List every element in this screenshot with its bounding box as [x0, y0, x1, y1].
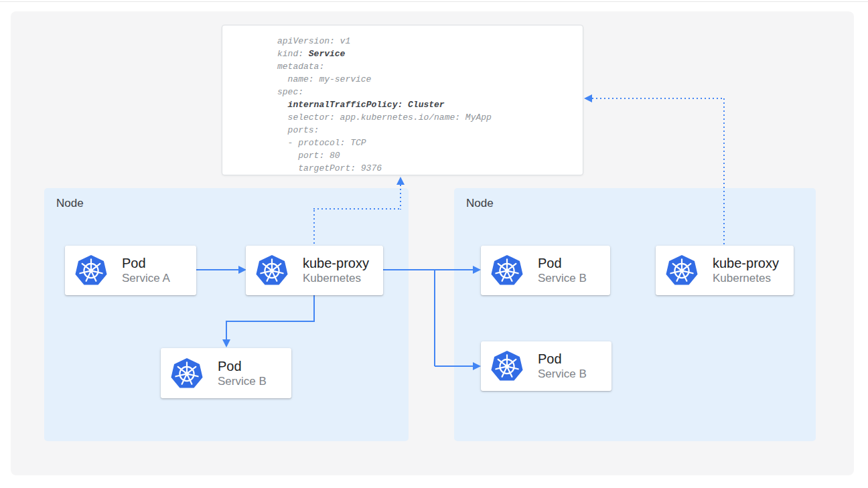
arrow-pod-a-to-kube-proxy	[196, 269, 239, 270]
card-subtitle: Kubernetes	[713, 271, 779, 286]
pod-service-a-card: Pod Service A	[65, 246, 196, 295]
arrowhead-up-icon	[396, 177, 405, 185]
node-label: Node	[466, 197, 494, 210]
node-label: Node	[56, 197, 84, 210]
node-box-right: Node	[454, 188, 816, 441]
kube-proxy-node2-card: kube-proxy Kubernetes	[656, 246, 794, 295]
service-yaml-card: apiVersion: v1kind: Servicemetadata: nam…	[222, 25, 583, 175]
card-title: kube-proxy	[713, 255, 779, 271]
card-title: Pod	[218, 358, 267, 374]
kubernetes-icon	[256, 254, 288, 287]
arrowhead-left-icon	[584, 94, 592, 102]
arrowhead-down-icon	[222, 339, 230, 347]
dotted-kube-proxy1-right	[313, 208, 401, 210]
pod-service-b-node2-top-card: Pod Service B	[481, 246, 610, 295]
pod-service-b-node2-bottom-card: Pod Service B	[481, 341, 611, 391]
dotted-kube-proxy2-up	[723, 98, 725, 246]
arrow-kube-proxy-to-node1-pod-b	[226, 321, 315, 322]
dotted-kube-proxy2-to-yaml	[592, 98, 725, 99]
arrow-kube-proxy-down	[313, 295, 315, 322]
card-title: Pod	[538, 255, 587, 271]
arrowhead-right-icon	[473, 266, 481, 274]
kubernetes-icon	[491, 350, 523, 382]
node-box-left: Node	[44, 188, 409, 441]
card-subtitle: Kubernetes	[303, 271, 369, 286]
kubernetes-icon	[666, 254, 698, 287]
dotted-kube-proxy1-up	[313, 210, 315, 246]
card-title: Pod	[538, 351, 587, 367]
kubernetes-icon	[171, 357, 203, 390]
kubernetes-icon	[491, 254, 523, 287]
top-divider	[0, 1, 868, 2]
card-subtitle: Service B	[218, 374, 267, 389]
pod-service-b-node1-card: Pod Service B	[161, 348, 291, 398]
arrow-down-segment	[226, 321, 227, 340]
dotted-kube-proxy1-to-yaml	[400, 185, 401, 210]
service-yaml-code: apiVersion: v1kind: Servicemetadata: nam…	[222, 25, 583, 175]
kube-proxy-node1-card: kube-proxy Kubernetes	[246, 246, 383, 295]
kubernetes-icon	[75, 254, 107, 287]
card-subtitle: Service B	[538, 367, 587, 382]
arrow-kube-proxy-to-node2-pod-top	[383, 269, 473, 270]
card-subtitle: Service A	[122, 271, 170, 286]
card-title: Pod	[122, 255, 170, 271]
arrow-kube-proxy-to-node2-pod-bottom	[435, 365, 473, 367]
kubernetes-traffic-diagram: apiVersion: v1kind: Servicemetadata: nam…	[0, 0, 868, 488]
card-title: kube-proxy	[303, 255, 369, 271]
card-subtitle: Service B	[538, 271, 587, 286]
arrowhead-right-icon	[473, 362, 481, 370]
arrow-branch-down	[434, 270, 435, 366]
